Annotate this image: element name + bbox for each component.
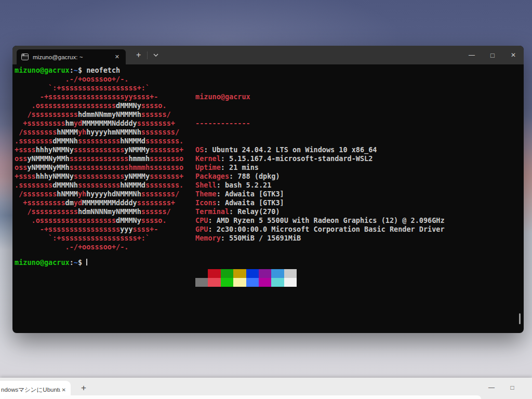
color-swatch [208, 269, 220, 278]
neofetch-info-row: Shell: bash 5.2.21 [195, 181, 445, 190]
browser-new-tab-button[interactable]: + [77, 381, 90, 395]
browser-minimize-button[interactable]: — [481, 379, 502, 396]
neofetch-output: .-/+oosssoo+/-. `:+ssssssssssssssssss+:`… [15, 75, 524, 251]
color-swatch [259, 278, 271, 287]
color-swatch [221, 269, 233, 278]
color-swatch [284, 269, 297, 278]
neofetch-info-rows: OS: Ubuntu 24.04.2 LTS on Windows 10 x86… [195, 145, 445, 243]
palette-row-normal [195, 269, 445, 278]
neofetch-info-row: Icons: Adwaita [GTK3] [195, 198, 445, 207]
neofetch-info-row: Kernel: 5.15.167.4-microsoft-standard-WS… [195, 154, 445, 163]
desktop-wallpaper: mizuno@gacrux: ~ ✕ + — □ ✕ mizuno@gacrux… [0, 0, 532, 399]
color-swatch [246, 269, 259, 278]
neofetch-info-panel: mizuno@gacrux ------------- OS: Ubuntu 2… [195, 75, 445, 304]
command-line: mizuno@gacrux:~$ neofetch [15, 66, 524, 75]
browser-tab-close-icon[interactable]: ✕ [60, 386, 68, 394]
browser-window-top-edge: ndowsマシンにUbuntuを入 ✕ + — □ ✕ [0, 378, 532, 399]
terminal-canvas[interactable]: mizuno@gacrux:~$ neofetch .-/+oosssoo+/-… [12, 64, 524, 331]
color-swatch [195, 278, 208, 287]
terminal-window-controls: — □ ✕ [461, 46, 524, 64]
browser-toolbar-edge [4, 395, 481, 399]
maximize-button[interactable]: □ [482, 46, 503, 64]
terminal-window: mizuno@gacrux: ~ ✕ + — □ ✕ mizuno@gacrux… [12, 46, 524, 333]
neofetch-info-row: OS: Ubuntu 24.04.2 LTS on Windows 10 x86… [195, 145, 445, 154]
color-swatch [195, 269, 208, 278]
neofetch-separator: ------------- [195, 119, 445, 128]
neofetch-title: mizuno@gacrux [195, 92, 445, 101]
color-swatch [233, 278, 246, 287]
terminal-tab-title: mizuno@gacrux: ~ [33, 54, 113, 60]
browser-close-button[interactable]: ✕ [523, 379, 532, 396]
color-swatch [259, 269, 271, 278]
browser-tab-title: ndowsマシンにUbuntuを入 [1, 386, 60, 394]
chevron-down-icon[interactable] [151, 51, 161, 59]
close-button[interactable]: ✕ [503, 46, 524, 64]
text-cursor [86, 259, 87, 265]
palette-row-bright [195, 278, 445, 287]
color-swatch [271, 278, 284, 287]
neofetch-info-row: Theme: Adwaita [GTK3] [195, 190, 445, 198]
color-swatch [208, 278, 220, 287]
color-swatch [246, 278, 259, 287]
neofetch-info-row: Uptime: 21 mins [195, 163, 445, 172]
color-swatch [233, 269, 246, 278]
minimize-button[interactable]: — [461, 46, 482, 64]
terminal-tab[interactable]: mizuno@gacrux: ~ ✕ [17, 49, 126, 64]
color-swatch [221, 278, 233, 287]
neofetch-info-row: Memory: 550MiB / 15691MiB [195, 234, 445, 243]
console-icon [21, 54, 29, 60]
terminal-scrollbar-thumb[interactable] [519, 313, 521, 324]
tabbar-divider [147, 51, 148, 59]
tab-close-icon[interactable]: ✕ [113, 52, 122, 61]
new-tab-button[interactable]: + [134, 50, 143, 60]
neofetch-info-row: Terminal: Relay(270) [195, 207, 445, 216]
browser-maximize-button[interactable]: □ [501, 379, 523, 396]
neofetch-info-row: GPU: 2c30:00:00.0 Microsoft Corporation … [195, 225, 445, 234]
neofetch-info-row: Packages: 788 (dpkg) [195, 172, 445, 181]
terminal-color-palette [195, 269, 445, 287]
neofetch-info-row: CPU: AMD Ryzen 5 5500U with Radeon Graph… [195, 216, 445, 225]
color-swatch [284, 278, 297, 287]
color-swatch [271, 269, 284, 278]
terminal-titlebar: mizuno@gacrux: ~ ✕ + — □ ✕ [12, 46, 524, 64]
